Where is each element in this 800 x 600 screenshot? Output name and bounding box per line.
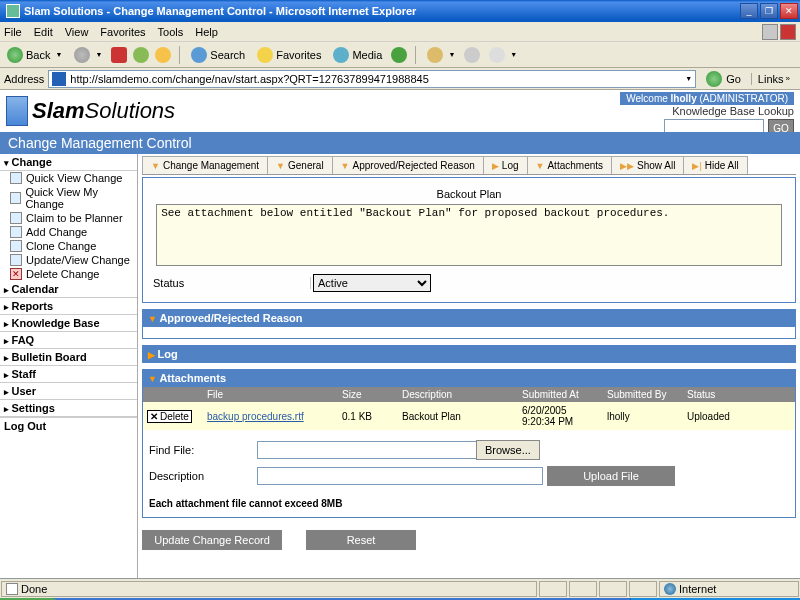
status-select[interactable]: Active <box>313 274 431 292</box>
tab-show-all[interactable]: ▶▶Show All <box>611 156 684 174</box>
update-change-record-button[interactable]: Update Change Record <box>142 530 282 550</box>
forward-button[interactable]: ▼ <box>71 46 105 64</box>
address-dropdown-icon[interactable]: ▼ <box>685 75 692 82</box>
search-icon <box>191 47 207 63</box>
delete-icon: ✕ <box>10 268 22 280</box>
page-favicon-icon <box>52 72 66 86</box>
stop-button[interactable] <box>111 47 127 63</box>
menu-file[interactable]: File <box>4 26 22 38</box>
app-icon <box>6 4 20 18</box>
menu-edit[interactable]: Edit <box>34 26 53 38</box>
doc-icon <box>10 226 22 238</box>
sidebar-logout[interactable]: Log Out <box>0 417 137 434</box>
address-bar: Address http://slamdemo.com/change/nav/s… <box>0 68 800 90</box>
status-cell <box>629 581 657 597</box>
browse-button[interactable]: Browse... <box>476 440 540 460</box>
forward-icon <box>74 47 90 63</box>
sidebar-item-add-change[interactable]: Add Change <box>0 225 137 239</box>
address-input[interactable]: http://slamdemo.com/change/nav/start.asp… <box>48 70 696 88</box>
logo-text: SlamSolutions <box>32 98 175 124</box>
window-title: Slam Solutions - Change Management Contr… <box>24 5 740 17</box>
section-head-log[interactable]: Log <box>142 345 796 363</box>
tab-general[interactable]: ▼General <box>267 156 333 174</box>
sidebar-item-delete-change[interactable]: ✕Delete Change <box>0 267 137 281</box>
ie-status-bar: Done Internet <box>0 578 800 598</box>
sidebar-head-reports[interactable]: Reports <box>0 298 137 315</box>
menu-help[interactable]: Help <box>195 26 218 38</box>
links-button[interactable]: Links » <box>751 73 796 85</box>
sidebar-head-settings[interactable]: Settings <box>0 400 137 417</box>
upload-note: Each attachment file cannot exceed 8MB <box>149 498 789 509</box>
upload-desc-input[interactable] <box>257 467 543 485</box>
backout-plan-textarea[interactable]: See attachment below entitled "Backout P… <box>156 204 782 266</box>
th-submitted-by: Submitted By <box>603 387 683 402</box>
doc-icon <box>10 172 22 184</box>
go-button[interactable]: Go <box>700 71 747 87</box>
sidebar-head-calendar[interactable]: Calendar <box>0 281 137 298</box>
reset-button[interactable]: Reset <box>306 530 416 550</box>
section-head-attachments[interactable]: Attachments <box>142 369 796 387</box>
mail-button[interactable]: ▼ <box>424 46 458 64</box>
backout-plan-title: Backout Plan <box>153 188 785 200</box>
go-icon <box>706 71 722 87</box>
media-icon <box>333 47 349 63</box>
page-title: Change Management Control <box>0 132 800 154</box>
th-submitted-at: Submitted At <box>518 387 603 402</box>
attachment-file-link[interactable]: backup procedures.rtf <box>207 411 304 422</box>
status-zone: Internet <box>659 581 799 597</box>
app-banner: SlamSolutions Welcome lholly (ADMINISTRA… <box>0 90 800 132</box>
print-button[interactable] <box>464 47 480 63</box>
mail-icon <box>427 47 443 63</box>
tab-hide-all[interactable]: ▶|Hide All <box>683 156 747 174</box>
menu-tools[interactable]: Tools <box>158 26 184 38</box>
home-button[interactable] <box>155 47 171 63</box>
find-file-input[interactable] <box>257 441 477 459</box>
minimize-button[interactable]: _ <box>740 3 758 19</box>
throbber-close-icon[interactable] <box>780 24 796 40</box>
sidebar-head-change[interactable]: Change <box>0 154 137 171</box>
sidebar-item-update-view-change[interactable]: Update/View Change <box>0 253 137 267</box>
back-button[interactable]: Back▼ <box>4 46 65 64</box>
address-label: Address <box>4 73 44 85</box>
logo-icon <box>6 96 28 126</box>
menubar: File Edit View Favorites Tools Help <box>0 22 800 42</box>
menu-view[interactable]: View <box>65 26 89 38</box>
menu-favorites[interactable]: Favorites <box>100 26 145 38</box>
welcome-text: Welcome lholly (ADMINISTRATOR) <box>620 92 794 105</box>
back-icon <box>7 47 23 63</box>
section-body-approved <box>142 327 796 339</box>
search-button[interactable]: Search <box>188 46 248 64</box>
doc-icon <box>10 254 22 266</box>
sidebar-head-staff[interactable]: Staff <box>0 366 137 383</box>
tab-log[interactable]: ▶Log <box>483 156 528 174</box>
sidebar-head-kb[interactable]: Knowledge Base <box>0 315 137 332</box>
sidebar-head-faq[interactable]: FAQ <box>0 332 137 349</box>
status-cell <box>539 581 567 597</box>
edit-dropdown[interactable]: ▼ <box>486 46 520 64</box>
sidebar-item-quick-view-change[interactable]: Quick View Change <box>0 171 137 185</box>
tab-attachments[interactable]: ▼Attachments <box>527 156 613 174</box>
upload-file-button[interactable]: Upload File <box>547 466 675 486</box>
maximize-button[interactable]: ❐ <box>760 3 778 19</box>
tab-change-mgmt[interactable]: ▼Change Management <box>142 156 268 174</box>
section-body-attachments: File Size Description Submitted At Submi… <box>142 387 796 518</box>
tab-approved-rejected[interactable]: ▼Approved/Rejected Reason <box>332 156 484 174</box>
sidebar-head-bulletin[interactable]: Bulletin Board <box>0 349 137 366</box>
globe-icon <box>664 583 676 595</box>
sidebar-item-claim-planner[interactable]: Claim to be Planner <box>0 211 137 225</box>
refresh-button[interactable] <box>133 47 149 63</box>
sidebar-head-user[interactable]: User <box>0 383 137 400</box>
sidebar-item-quick-view-my-change[interactable]: Quick View My Change <box>0 185 137 211</box>
star-icon <box>257 47 273 63</box>
doc-icon <box>10 192 21 204</box>
section-head-approved[interactable]: Approved/Rejected Reason <box>142 309 796 327</box>
delete-attachment-button[interactable]: ✕Delete <box>147 410 192 423</box>
media-button[interactable]: Media <box>330 46 385 64</box>
x-icon: ✕ <box>150 411 158 422</box>
favorites-button[interactable]: Favorites <box>254 46 324 64</box>
sidebar-item-clone-change[interactable]: Clone Change <box>0 239 137 253</box>
history-button[interactable] <box>391 47 407 63</box>
close-button[interactable]: ✕ <box>780 3 798 19</box>
attachment-submitted-by: lholly <box>603 402 683 430</box>
status-cell <box>599 581 627 597</box>
